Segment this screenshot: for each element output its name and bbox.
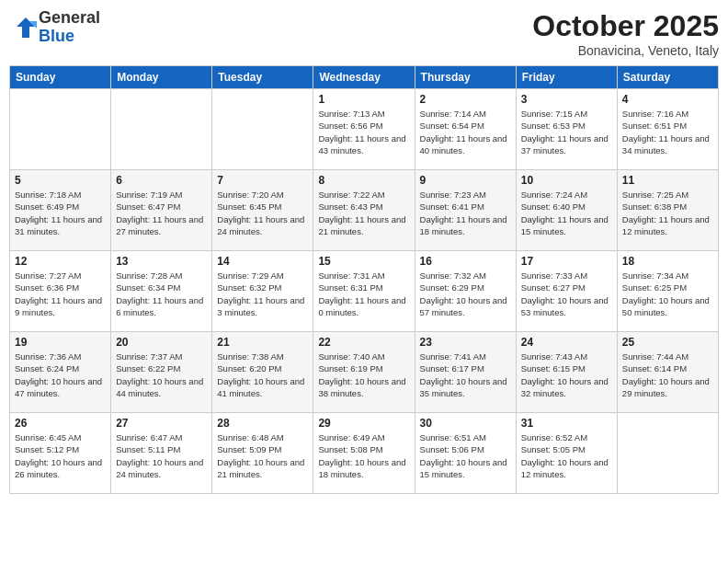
- table-row: 9Sunrise: 7:23 AM Sunset: 6:41 PM Daylig…: [415, 170, 516, 251]
- day-info: Sunrise: 7:38 AM Sunset: 6:20 PM Dayligh…: [217, 350, 308, 399]
- day-number: 20: [116, 336, 207, 349]
- table-row: 31Sunrise: 6:52 AM Sunset: 5:05 PM Dayli…: [516, 413, 617, 494]
- table-row: [617, 413, 718, 494]
- table-row: 16Sunrise: 7:32 AM Sunset: 6:29 PM Dayli…: [415, 251, 516, 332]
- day-number: 21: [217, 336, 308, 349]
- day-info: Sunrise: 7:14 AM Sunset: 6:54 PM Dayligh…: [420, 108, 511, 156]
- day-number: 9: [420, 174, 511, 187]
- calendar-header-row: Sunday Monday Tuesday Wednesday Thursday…: [10, 66, 719, 89]
- day-info: Sunrise: 7:29 AM Sunset: 6:32 PM Dayligh…: [217, 270, 308, 318]
- day-number: 8: [318, 174, 409, 187]
- day-info: Sunrise: 6:52 AM Sunset: 5:05 PM Dayligh…: [521, 431, 612, 480]
- title-block: October 2025 Bonavicina, Veneto, Italy: [532, 9, 719, 58]
- logo-text: General Blue: [39, 9, 100, 46]
- col-thursday: Thursday: [415, 66, 516, 89]
- day-number: 12: [15, 255, 106, 268]
- day-number: 27: [116, 417, 207, 430]
- table-row: 12Sunrise: 7:27 AM Sunset: 6:36 PM Dayli…: [10, 251, 111, 332]
- week-row-3: 19Sunrise: 7:36 AM Sunset: 6:24 PM Dayli…: [10, 332, 719, 413]
- table-row: [111, 89, 212, 170]
- day-number: 17: [521, 255, 612, 268]
- day-number: 29: [318, 417, 409, 430]
- location: Bonavicina, Veneto, Italy: [532, 43, 719, 58]
- day-info: Sunrise: 7:31 AM Sunset: 6:31 PM Dayligh…: [318, 270, 409, 318]
- day-number: 1: [318, 93, 409, 106]
- table-row: 25Sunrise: 7:44 AM Sunset: 6:14 PM Dayli…: [617, 332, 718, 413]
- col-sunday: Sunday: [10, 66, 111, 89]
- table-row: 8Sunrise: 7:22 AM Sunset: 6:43 PM Daylig…: [313, 170, 415, 251]
- logo-general-text: General: [39, 9, 100, 28]
- day-info: Sunrise: 6:49 AM Sunset: 5:08 PM Dayligh…: [318, 431, 409, 480]
- table-row: 20Sunrise: 7:37 AM Sunset: 6:22 PM Dayli…: [111, 332, 212, 413]
- day-number: 5: [15, 174, 106, 187]
- table-row: [10, 89, 111, 170]
- day-info: Sunrise: 7:33 AM Sunset: 6:27 PM Dayligh…: [521, 270, 612, 318]
- table-row: 13Sunrise: 7:28 AM Sunset: 6:34 PM Dayli…: [111, 251, 212, 332]
- logo: General Blue: [9, 9, 100, 46]
- table-row: 23Sunrise: 7:41 AM Sunset: 6:17 PM Dayli…: [415, 332, 516, 413]
- day-info: Sunrise: 7:13 AM Sunset: 6:56 PM Dayligh…: [318, 108, 409, 156]
- table-row: 1Sunrise: 7:13 AM Sunset: 6:56 PM Daylig…: [313, 89, 415, 170]
- logo-blue-text: Blue: [39, 28, 100, 46]
- month-title: October 2025: [532, 9, 719, 43]
- day-info: Sunrise: 7:25 AM Sunset: 6:38 PM Dayligh…: [622, 189, 713, 237]
- table-row: 28Sunrise: 6:48 AM Sunset: 5:09 PM Dayli…: [212, 413, 313, 494]
- table-row: 4Sunrise: 7:16 AM Sunset: 6:51 PM Daylig…: [617, 89, 718, 170]
- day-number: 26: [15, 417, 106, 430]
- day-info: Sunrise: 7:36 AM Sunset: 6:24 PM Dayligh…: [15, 350, 106, 399]
- day-info: Sunrise: 7:34 AM Sunset: 6:25 PM Dayligh…: [622, 270, 713, 318]
- table-row: 10Sunrise: 7:24 AM Sunset: 6:40 PM Dayli…: [516, 170, 617, 251]
- day-number: 28: [217, 417, 308, 430]
- day-info: Sunrise: 7:16 AM Sunset: 6:51 PM Dayligh…: [622, 108, 713, 156]
- day-info: Sunrise: 7:20 AM Sunset: 6:45 PM Dayligh…: [217, 189, 308, 237]
- day-number: 14: [217, 255, 308, 268]
- day-number: 31: [521, 417, 612, 430]
- week-row-0: 1Sunrise: 7:13 AM Sunset: 6:56 PM Daylig…: [10, 89, 719, 170]
- day-info: Sunrise: 7:24 AM Sunset: 6:40 PM Dayligh…: [521, 189, 612, 237]
- day-info: Sunrise: 7:40 AM Sunset: 6:19 PM Dayligh…: [318, 350, 409, 399]
- day-info: Sunrise: 7:43 AM Sunset: 6:15 PM Dayligh…: [521, 350, 612, 399]
- day-info: Sunrise: 7:19 AM Sunset: 6:47 PM Dayligh…: [116, 189, 207, 237]
- day-number: 19: [15, 336, 106, 349]
- day-info: Sunrise: 6:45 AM Sunset: 5:12 PM Dayligh…: [15, 431, 106, 480]
- table-row: 30Sunrise: 6:51 AM Sunset: 5:06 PM Dayli…: [415, 413, 516, 494]
- day-number: 3: [521, 93, 612, 106]
- day-number: 11: [622, 174, 713, 187]
- day-number: 2: [420, 93, 511, 106]
- table-row: 14Sunrise: 7:29 AM Sunset: 6:32 PM Dayli…: [212, 251, 313, 332]
- table-row: [212, 89, 313, 170]
- day-number: 4: [622, 93, 713, 106]
- table-row: 5Sunrise: 7:18 AM Sunset: 6:49 PM Daylig…: [10, 170, 111, 251]
- day-number: 23: [420, 336, 511, 349]
- table-row: 22Sunrise: 7:40 AM Sunset: 6:19 PM Dayli…: [313, 332, 415, 413]
- table-row: 24Sunrise: 7:43 AM Sunset: 6:15 PM Dayli…: [516, 332, 617, 413]
- logo-icon: [9, 14, 37, 41]
- table-row: 11Sunrise: 7:25 AM Sunset: 6:38 PM Dayli…: [617, 170, 718, 251]
- col-tuesday: Tuesday: [212, 66, 313, 89]
- table-row: 29Sunrise: 6:49 AM Sunset: 5:08 PM Dayli…: [313, 413, 415, 494]
- table-row: 18Sunrise: 7:34 AM Sunset: 6:25 PM Dayli…: [617, 251, 718, 332]
- day-info: Sunrise: 7:22 AM Sunset: 6:43 PM Dayligh…: [318, 189, 409, 237]
- day-info: Sunrise: 7:27 AM Sunset: 6:36 PM Dayligh…: [15, 270, 106, 318]
- day-number: 22: [318, 336, 409, 349]
- col-wednesday: Wednesday: [313, 66, 415, 89]
- header: General Blue October 2025 Bonavicina, Ve…: [9, 9, 719, 58]
- week-row-2: 12Sunrise: 7:27 AM Sunset: 6:36 PM Dayli…: [10, 251, 719, 332]
- col-friday: Friday: [516, 66, 617, 89]
- day-info: Sunrise: 6:48 AM Sunset: 5:09 PM Dayligh…: [217, 431, 308, 480]
- day-info: Sunrise: 7:37 AM Sunset: 6:22 PM Dayligh…: [116, 350, 207, 399]
- day-info: Sunrise: 7:18 AM Sunset: 6:49 PM Dayligh…: [15, 189, 106, 237]
- table-row: 6Sunrise: 7:19 AM Sunset: 6:47 PM Daylig…: [111, 170, 212, 251]
- table-row: 2Sunrise: 7:14 AM Sunset: 6:54 PM Daylig…: [415, 89, 516, 170]
- day-number: 30: [420, 417, 511, 430]
- day-number: 10: [521, 174, 612, 187]
- day-info: Sunrise: 7:32 AM Sunset: 6:29 PM Dayligh…: [420, 270, 511, 318]
- day-info: Sunrise: 7:23 AM Sunset: 6:41 PM Dayligh…: [420, 189, 511, 237]
- table-row: 3Sunrise: 7:15 AM Sunset: 6:53 PM Daylig…: [516, 89, 617, 170]
- day-info: Sunrise: 7:44 AM Sunset: 6:14 PM Dayligh…: [622, 350, 713, 399]
- table-row: 15Sunrise: 7:31 AM Sunset: 6:31 PM Dayli…: [313, 251, 415, 332]
- day-number: 7: [217, 174, 308, 187]
- table-row: 26Sunrise: 6:45 AM Sunset: 5:12 PM Dayli…: [10, 413, 111, 494]
- week-row-4: 26Sunrise: 6:45 AM Sunset: 5:12 PM Dayli…: [10, 413, 719, 494]
- calendar-table: Sunday Monday Tuesday Wednesday Thursday…: [9, 65, 719, 494]
